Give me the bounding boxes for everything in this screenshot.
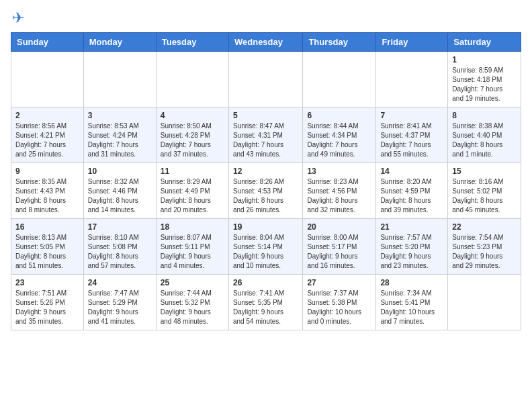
day-number: 1	[452, 55, 517, 64]
day-info: Sunrise: 8:44 AM Sunset: 4:34 PM Dayligh…	[307, 122, 371, 159]
calendar-cell: 5Sunrise: 8:47 AM Sunset: 4:31 PM Daylig…	[228, 107, 302, 163]
day-number: 7	[380, 111, 443, 120]
day-info: Sunrise: 8:20 AM Sunset: 4:59 PM Dayligh…	[380, 177, 443, 215]
calendar-cell: 27Sunrise: 7:37 AM Sunset: 5:38 PM Dayli…	[303, 275, 376, 330]
day-number: 24	[88, 278, 152, 287]
day-number: 22	[452, 222, 517, 232]
day-info: Sunrise: 7:34 AM Sunset: 5:41 PM Dayligh…	[380, 289, 443, 326]
calendar-cell: 7Sunrise: 8:41 AM Sunset: 4:37 PM Daylig…	[376, 107, 448, 163]
day-number: 23	[15, 278, 79, 287]
day-number: 5	[233, 111, 298, 120]
day-number: 27	[307, 278, 371, 287]
day-info: Sunrise: 8:23 AM Sunset: 4:56 PM Dayligh…	[307, 177, 371, 215]
day-number: 3	[88, 111, 152, 120]
calendar-cell: 8Sunrise: 8:38 AM Sunset: 4:40 PM Daylig…	[448, 107, 521, 163]
day-number: 28	[380, 278, 443, 287]
logo-bird-icon: ✈	[12, 11, 24, 26]
day-info: Sunrise: 8:41 AM Sunset: 4:37 PM Dayligh…	[380, 122, 443, 159]
calendar-cell: 17Sunrise: 8:10 AM Sunset: 5:08 PM Dayli…	[83, 219, 156, 275]
calendar-cell: 16Sunrise: 8:13 AM Sunset: 5:05 PM Dayli…	[11, 219, 84, 275]
day-info: Sunrise: 7:57 AM Sunset: 5:20 PM Dayligh…	[380, 233, 443, 271]
day-info: Sunrise: 8:59 AM Sunset: 4:18 PM Dayligh…	[452, 66, 517, 103]
calendar-cell	[156, 52, 228, 107]
calendar-cell: 20Sunrise: 8:00 AM Sunset: 5:17 PM Dayli…	[303, 219, 376, 275]
calendar-cell	[11, 52, 84, 107]
day-number: 13	[307, 167, 371, 176]
calendar-cell: 12Sunrise: 8:26 AM Sunset: 4:53 PM Dayli…	[228, 163, 302, 219]
calendar-cell: 6Sunrise: 8:44 AM Sunset: 4:34 PM Daylig…	[303, 107, 376, 163]
calendar-cell: 28Sunrise: 7:34 AM Sunset: 5:41 PM Dayli…	[376, 275, 448, 330]
day-info: Sunrise: 8:38 AM Sunset: 4:40 PM Dayligh…	[452, 122, 517, 159]
day-info: Sunrise: 8:13 AM Sunset: 5:05 PM Dayligh…	[15, 233, 79, 271]
calendar-cell: 14Sunrise: 8:20 AM Sunset: 4:59 PM Dayli…	[376, 163, 448, 219]
calendar-week-row: 2Sunrise: 8:56 AM Sunset: 4:21 PM Daylig…	[11, 107, 521, 163]
day-number: 8	[452, 111, 517, 120]
calendar-cell: 23Sunrise: 7:51 AM Sunset: 5:26 PM Dayli…	[11, 275, 84, 330]
day-info: Sunrise: 7:51 AM Sunset: 5:26 PM Dayligh…	[15, 289, 79, 326]
day-number: 17	[88, 222, 152, 232]
day-number: 20	[307, 222, 371, 232]
day-number: 21	[380, 222, 443, 232]
day-info: Sunrise: 8:00 AM Sunset: 5:17 PM Dayligh…	[307, 233, 371, 271]
weekday-header-tuesday: Tuesday	[156, 33, 228, 52]
calendar-cell: 11Sunrise: 8:29 AM Sunset: 4:49 PM Dayli…	[156, 163, 228, 219]
day-info: Sunrise: 7:44 AM Sunset: 5:32 PM Dayligh…	[161, 289, 224, 326]
calendar-cell	[376, 52, 448, 107]
day-info: Sunrise: 7:54 AM Sunset: 5:23 PM Dayligh…	[452, 233, 517, 271]
calendar-cell: 19Sunrise: 8:04 AM Sunset: 5:14 PM Dayli…	[228, 219, 302, 275]
day-number: 19	[233, 222, 298, 232]
day-number: 15	[452, 167, 517, 176]
day-number: 12	[233, 167, 298, 176]
calendar-cell	[83, 52, 156, 107]
calendar-cell	[228, 52, 302, 107]
day-info: Sunrise: 7:37 AM Sunset: 5:38 PM Dayligh…	[307, 289, 371, 326]
day-info: Sunrise: 8:50 AM Sunset: 4:28 PM Dayligh…	[161, 122, 224, 159]
day-number: 9	[15, 167, 79, 176]
weekday-header-wednesday: Wednesday	[228, 33, 302, 52]
calendar-cell: 21Sunrise: 7:57 AM Sunset: 5:20 PM Dayli…	[376, 219, 448, 275]
day-number: 2	[15, 111, 79, 120]
calendar-cell: 9Sunrise: 8:35 AM Sunset: 4:43 PM Daylig…	[11, 163, 84, 219]
calendar-week-row: 1Sunrise: 8:59 AM Sunset: 4:18 PM Daylig…	[11, 52, 521, 107]
day-number: 6	[307, 111, 371, 120]
calendar-week-row: 23Sunrise: 7:51 AM Sunset: 5:26 PM Dayli…	[11, 275, 521, 330]
calendar-cell: 4Sunrise: 8:50 AM Sunset: 4:28 PM Daylig…	[156, 107, 228, 163]
calendar-cell: 25Sunrise: 7:44 AM Sunset: 5:32 PM Dayli…	[156, 275, 228, 330]
day-number: 10	[88, 167, 152, 176]
day-number: 16	[15, 222, 79, 232]
day-info: Sunrise: 8:35 AM Sunset: 4:43 PM Dayligh…	[15, 177, 79, 215]
day-number: 26	[233, 278, 298, 287]
day-number: 4	[161, 111, 224, 120]
calendar-cell: 1Sunrise: 8:59 AM Sunset: 4:18 PM Daylig…	[448, 52, 521, 107]
day-info: Sunrise: 8:16 AM Sunset: 5:02 PM Dayligh…	[452, 177, 517, 215]
weekday-header-saturday: Saturday	[448, 33, 521, 52]
calendar-cell: 24Sunrise: 7:47 AM Sunset: 5:29 PM Dayli…	[83, 275, 156, 330]
day-number: 14	[380, 167, 443, 176]
day-number: 11	[161, 167, 224, 176]
day-info: Sunrise: 8:07 AM Sunset: 5:11 PM Dayligh…	[161, 233, 224, 271]
day-info: Sunrise: 8:10 AM Sunset: 5:08 PM Dayligh…	[88, 233, 152, 271]
page-header: ✈	[11, 11, 521, 26]
weekday-header-friday: Friday	[376, 33, 448, 52]
weekday-header-monday: Monday	[83, 33, 156, 52]
day-info: Sunrise: 8:47 AM Sunset: 4:31 PM Dayligh…	[233, 122, 298, 159]
day-info: Sunrise: 7:41 AM Sunset: 5:35 PM Dayligh…	[233, 289, 298, 326]
calendar-cell	[448, 275, 521, 330]
calendar-cell: 13Sunrise: 8:23 AM Sunset: 4:56 PM Dayli…	[303, 163, 376, 219]
calendar-cell: 3Sunrise: 8:53 AM Sunset: 4:24 PM Daylig…	[83, 107, 156, 163]
weekday-header-thursday: Thursday	[303, 33, 376, 52]
calendar-cell: 2Sunrise: 8:56 AM Sunset: 4:21 PM Daylig…	[11, 107, 84, 163]
day-number: 25	[161, 278, 224, 287]
day-info: Sunrise: 8:26 AM Sunset: 4:53 PM Dayligh…	[233, 177, 298, 215]
calendar-week-row: 9Sunrise: 8:35 AM Sunset: 4:43 PM Daylig…	[11, 163, 521, 219]
logo: ✈	[11, 11, 24, 26]
calendar-cell: 18Sunrise: 8:07 AM Sunset: 5:11 PM Dayli…	[156, 219, 228, 275]
calendar-cell: 10Sunrise: 8:32 AM Sunset: 4:46 PM Dayli…	[83, 163, 156, 219]
day-info: Sunrise: 8:32 AM Sunset: 4:46 PM Dayligh…	[88, 177, 152, 215]
weekday-header-sunday: Sunday	[11, 33, 84, 52]
calendar-cell: 15Sunrise: 8:16 AM Sunset: 5:02 PM Dayli…	[448, 163, 521, 219]
calendar-table: SundayMondayTuesdayWednesdayThursdayFrid…	[11, 32, 521, 330]
calendar-header-row: SundayMondayTuesdayWednesdayThursdayFrid…	[11, 33, 521, 52]
calendar-cell	[303, 52, 376, 107]
day-info: Sunrise: 8:29 AM Sunset: 4:49 PM Dayligh…	[161, 177, 224, 215]
